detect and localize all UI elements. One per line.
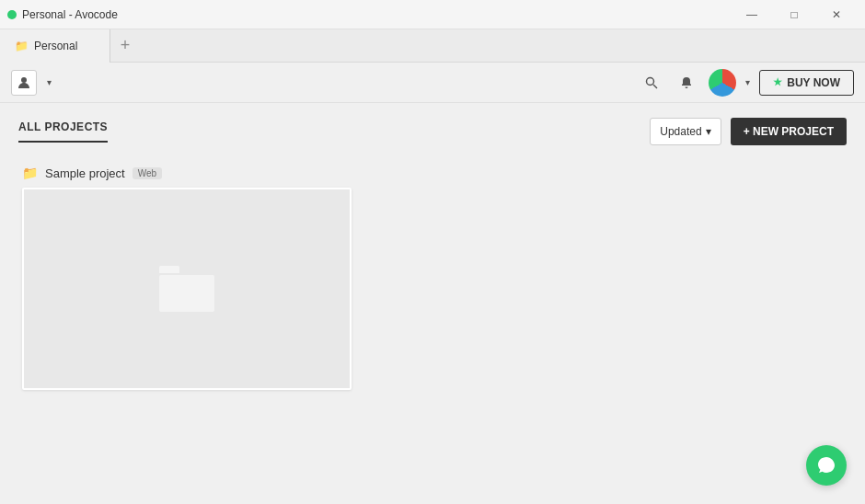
title-bar-controls: — □ ✕ bbox=[731, 0, 858, 29]
chat-icon bbox=[816, 455, 836, 475]
app-status-dot bbox=[7, 10, 17, 19]
svg-point-1 bbox=[647, 77, 654, 85]
sort-label: Updated bbox=[660, 125, 701, 138]
toolbar-right: ▾ ★ BUY NOW bbox=[639, 69, 854, 97]
section-title: ALL PROJECTS bbox=[18, 120, 108, 143]
buy-now-button[interactable]: ★ BUY NOW bbox=[759, 70, 854, 96]
svg-line-2 bbox=[653, 85, 657, 88]
svg-point-0 bbox=[21, 77, 27, 83]
search-icon bbox=[644, 75, 659, 90]
notifications-button[interactable] bbox=[674, 70, 699, 96]
maximize-button[interactable]: □ bbox=[773, 0, 815, 29]
section-controls: Updated ▾ + NEW PROJECT bbox=[650, 118, 847, 145]
close-button[interactable]: ✕ bbox=[815, 0, 858, 29]
title-bar-left: Personal - Avocode bbox=[7, 8, 118, 21]
tab-label: Personal bbox=[34, 40, 77, 52]
card-folder-graphic bbox=[159, 266, 214, 312]
section-header: ALL PROJECTS Updated ▾ + NEW PROJECT bbox=[18, 118, 847, 145]
toolbar-left: ▾ bbox=[11, 70, 57, 96]
user-button[interactable] bbox=[11, 70, 37, 96]
title-bar: Personal - Avocode — □ ✕ bbox=[0, 0, 865, 29]
project-card[interactable] bbox=[22, 188, 352, 390]
avatar[interactable] bbox=[709, 69, 736, 97]
tab-add-button[interactable]: + bbox=[110, 31, 140, 61]
search-button[interactable] bbox=[639, 70, 664, 96]
minimize-button[interactable]: — bbox=[731, 0, 773, 29]
main-content: ALL PROJECTS Updated ▾ + NEW PROJECT 📁 S… bbox=[0, 103, 865, 414]
tab-personal[interactable]: 📁 Personal bbox=[0, 29, 110, 63]
user-dropdown-button[interactable]: ▾ bbox=[40, 70, 57, 96]
sort-chevron-icon: ▾ bbox=[706, 125, 711, 138]
user-icon bbox=[17, 75, 31, 90]
folder-icon: 📁 bbox=[15, 40, 29, 52]
project-list: 📁 Sample project Web bbox=[18, 156, 847, 399]
folder-body bbox=[159, 275, 214, 312]
project-name: Sample project bbox=[45, 166, 125, 180]
tab-bar: 📁 Personal + bbox=[0, 29, 865, 63]
toolbar: ▾ ▾ ★ BUY NOW bbox=[0, 63, 865, 103]
avatar-dropdown-button[interactable]: ▾ bbox=[745, 77, 750, 87]
folder-tab bbox=[159, 266, 179, 273]
sort-button[interactable]: Updated ▾ bbox=[650, 118, 721, 145]
project-folder-icon: 📁 bbox=[22, 166, 38, 180]
chat-bubble-button[interactable] bbox=[806, 445, 847, 486]
buy-label: BUY NOW bbox=[787, 76, 840, 89]
star-icon: ★ bbox=[773, 76, 782, 88]
project-tag: Web bbox=[133, 167, 162, 179]
project-name-row: 📁 Sample project Web bbox=[18, 166, 847, 180]
window-title: Personal - Avocode bbox=[22, 8, 118, 21]
new-project-button[interactable]: + NEW PROJECT bbox=[731, 118, 847, 145]
bell-icon bbox=[679, 75, 694, 90]
